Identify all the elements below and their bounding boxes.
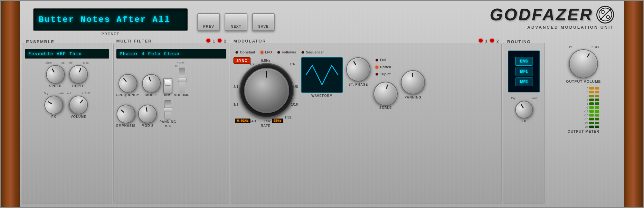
meter-led-0-l	[589, 95, 594, 97]
rate-ratio-11: 1/1	[233, 102, 238, 106]
sync-btn[interactable]: SYNC	[233, 57, 251, 64]
waveform-display[interactable]	[301, 57, 343, 93]
routing-ens-label: ENS	[520, 59, 528, 63]
routing-mf2-btn[interactable]: MF2	[515, 77, 533, 86]
meter-led-m3-l	[589, 99, 594, 101]
mf-badge-led-1	[206, 39, 210, 43]
rate-hz-display: 0.5Hz	[261, 59, 270, 62]
mode-sequencer-btn[interactable]: Sequencer	[299, 50, 326, 55]
mode-constant-label: Constant	[240, 50, 255, 54]
mf-badge-2: 2	[224, 39, 226, 43]
routing-fx-label: FX	[522, 119, 526, 123]
sections-row: ENSEMBLE Ensemble ARP Thin Slow Fast SPE…	[22, 43, 622, 204]
triplet-btn[interactable]: Triplet	[374, 71, 398, 77]
ens-fx-min: Dry	[44, 92, 48, 95]
scale-section: Full Dotted Triplet SCALE	[374, 57, 398, 109]
meter-led-m6-l	[589, 102, 594, 105]
routing-mf2-label: MF2	[520, 80, 528, 84]
routing-fx-container: Dry Wet FX	[511, 97, 537, 123]
next-button[interactable]: NEXT	[225, 13, 247, 31]
mf-mod1-label: MOD 1	[145, 93, 157, 97]
meter-row-m24: -24	[579, 125, 599, 128]
mf-mod2-knob[interactable]	[137, 103, 158, 125]
depth-knob-container: Min Max DEPTH	[69, 61, 89, 88]
mod-badge-led-2	[490, 39, 494, 43]
mode-follower-led	[277, 51, 280, 54]
mf-panning-slider[interactable]	[165, 100, 171, 119]
mf-frequency-container: FREQUENCY	[116, 74, 139, 97]
save-button[interactable]: SAVE	[252, 13, 275, 31]
ensemble-title: ENSEMBLE	[26, 39, 54, 44]
modulator-title: MODULATOR	[233, 39, 266, 43]
mode-follower-btn[interactable]: Follower	[275, 50, 298, 55]
ens-fx-knob[interactable]	[41, 92, 66, 118]
mode-follower-label: Follower	[282, 50, 296, 54]
meter-led-m18-r	[595, 118, 599, 120]
mf-mod1-knob[interactable]	[139, 71, 163, 95]
scale-knob[interactable]	[372, 80, 400, 108]
mf-badge-led-2	[218, 39, 222, 43]
mf-vol-max: +12dB	[177, 61, 185, 64]
depth-knob[interactable]	[67, 62, 90, 86]
meter-led-m24-r	[595, 126, 599, 128]
meter-led-m9-r	[595, 106, 599, 109]
rate-ratio-21: 2/1	[233, 85, 238, 89]
mode-lfo-btn[interactable]: LFO	[259, 50, 274, 55]
ens-volume-knob[interactable]	[65, 92, 92, 118]
output-volume-knob[interactable]	[564, 44, 603, 84]
mf-preset-display[interactable]: Phaser 4 Pole Close	[116, 49, 226, 59]
meter-led-m6-r	[595, 102, 599, 105]
modulator-section: MODULATOR 1 2 Constant LFO	[231, 43, 502, 204]
mf-emphasis-label: EMPHASIS	[116, 124, 136, 128]
prev-button[interactable]: PREV	[197, 13, 220, 31]
st-phase-knob[interactable]	[342, 53, 374, 86]
output-section: -inf. +12dB OUTPUT VOLUME +6	[545, 43, 622, 204]
meter-row-0: 0	[579, 94, 599, 98]
meter-row-p6: +6	[579, 87, 599, 90]
mf-volume-slider[interactable]	[179, 68, 185, 93]
inv-label: INV.	[164, 93, 172, 97]
routing-mf1-btn[interactable]: MF1	[515, 67, 533, 76]
rate-knob[interactable]	[244, 68, 289, 113]
meter-row-m12: -12	[579, 110, 599, 113]
mod-badge-1: 1	[485, 39, 488, 43]
dotted-btn[interactable]: Dotted	[374, 64, 398, 70]
mode-lfo-led	[260, 51, 263, 54]
meter-led-p6-r	[595, 87, 599, 90]
mf-volume-label: VOLUME	[174, 93, 190, 97]
scale-knob-container: SCALE	[374, 82, 398, 109]
mf-emphasis-knob[interactable]	[113, 101, 139, 127]
next-label: NEXT	[231, 24, 241, 28]
inv-toggle[interactable]	[163, 78, 172, 93]
st-phase-label: ST. PHASE	[348, 83, 368, 86]
multifilter-section: MULTI FILTER 1 2 Phaser 4 Pole Close FRE…	[113, 43, 229, 204]
routing-ens-btn[interactable]: ENS	[515, 57, 533, 66]
preset-display: Butter Notes After All	[33, 8, 188, 31]
meter-row-m6: -6	[579, 102, 599, 105]
mode-constant-btn[interactable]: Constant	[233, 50, 257, 55]
mode-sequencer-label: Sequencer	[306, 50, 324, 54]
mod-mode-row: Constant LFO Follower Sequencer	[233, 50, 499, 55]
mod-panning-knob[interactable]	[400, 69, 426, 95]
rate-section: SYNC 0.5Hz 1/2 1/4 1/8 1/16 1/32 2/1 1/1	[233, 57, 298, 128]
speed-label: SPEED	[49, 84, 62, 88]
speed-max-label: Fast	[60, 61, 65, 64]
full-btn[interactable]: Full	[374, 57, 398, 62]
meter-led-m18-l	[589, 118, 594, 120]
rate-41: 4/1	[251, 119, 256, 123]
mod-badge-2: 2	[497, 39, 499, 43]
ensemble-preset-display[interactable]: Ensemble ARP Thin	[25, 49, 109, 59]
ens-vol-max: +12dB	[82, 92, 90, 95]
meter-led-0-r	[595, 95, 599, 97]
full-label: Full	[380, 58, 386, 62]
prev-label: PREV	[203, 24, 214, 28]
wood-left	[1, 1, 20, 207]
waveform-section: WAVEFORM	[301, 57, 343, 98]
ensemble-knobs-top: Slow Fast SPEED Min Max DEPTH	[25, 61, 109, 88]
meter-led-m15-r	[595, 114, 599, 117]
mf-emphasis-container: EMPHASIS	[116, 105, 136, 128]
meter-row-p3: +3	[579, 90, 599, 94]
routing-fx-knob[interactable]	[512, 98, 536, 122]
mf-frequency-knob[interactable]	[115, 70, 141, 97]
speed-knob[interactable]	[43, 61, 68, 87]
